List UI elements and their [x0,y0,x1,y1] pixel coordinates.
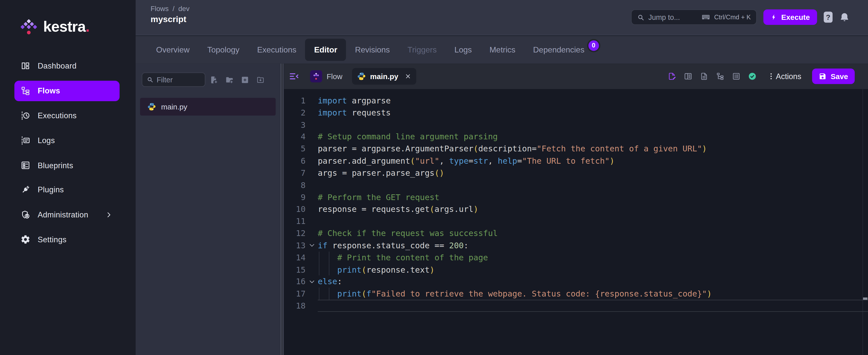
fold-margin [306,155,318,167]
file-plus-icon[interactable] [210,75,218,84]
file-actions [210,75,265,84]
code-line[interactable]: 11 [284,215,868,227]
code-line[interactable]: 15 print(response.text) [284,264,868,276]
kestra-flow-icon [310,70,322,82]
tab-executions[interactable]: Executions [248,39,305,61]
editor-tabs: Flowmain.py [305,64,416,89]
code-line-content: import argparse [318,95,868,107]
code-editor[interactable]: 1import argparse2import requests34# Setu… [284,89,868,355]
tab-metrics[interactable]: Metrics [481,39,524,61]
tab-topology[interactable]: Topology [198,39,248,61]
file-edit-icon[interactable] [667,72,676,80]
sidebar-item-logs[interactable]: Logs [0,128,135,153]
plus-box-icon[interactable] [241,75,249,84]
file-document-icon[interactable] [700,72,708,80]
fold-margin [306,131,318,143]
code-line[interactable]: 9# Perform the GET request [284,191,868,203]
fold-chevron-down-icon[interactable] [306,239,318,252]
save-button[interactable]: Save [812,68,855,84]
collapse-sidebar-icon[interactable] [288,71,299,82]
panel-splitter[interactable] [280,64,284,355]
sidebar-item-pill[interactable]: Flows [14,80,120,101]
sidebar-item-pill[interactable]: Plugins [14,180,120,200]
editor-pane: Flowmain.py Actions Save [284,64,868,355]
code-line[interactable]: 12# Check if the request was successful [284,227,868,239]
code-line[interactable]: 4# Setup command line argument parsing [284,131,868,143]
sidebar-item-pill[interactable]: Blueprints [14,155,120,175]
filter-input[interactable] [157,75,197,84]
sidebar-item-pill[interactable]: Executions [14,105,120,126]
tab-revisions[interactable]: Revisions [346,39,399,61]
file-row-main-py[interactable]: main.py [140,98,276,116]
code-line-content: response = requests.get(args.url) [318,203,868,215]
breadcrumb-namespace[interactable]: dev [178,5,189,13]
code-line[interactable]: 8 [284,179,868,191]
search-icon [637,13,645,21]
code-line[interactable]: 18 [284,300,868,312]
code-lines: 1import argparse2import requests34# Setu… [284,95,868,312]
sidebar-item-executions[interactable]: Executions [0,103,135,128]
list-box-icon[interactable] [732,72,740,80]
sidebar-item-dashboard[interactable]: Dashboard [0,54,135,78]
code-line[interactable]: 1import argparse [284,95,868,107]
code-line[interactable]: 13if response.status_code == 200: [284,239,868,252]
code-line[interactable]: 14 # Print the content of the page [284,252,868,264]
actions-button[interactable]: Actions [767,72,801,80]
sidebar-item-settings[interactable]: Settings [0,227,135,252]
sidebar-item-blueprints[interactable]: Blueprints [0,153,135,178]
code-line[interactable]: 16else: [284,276,868,288]
kestra-logo-icon [20,18,38,35]
editor-tab-flow[interactable]: Flow [305,68,347,85]
tab-triggers[interactable]: Triggers [399,39,445,61]
kestra-logo[interactable]: kestra. [20,18,89,35]
file-explorer-toolbar [142,72,265,87]
indent-guide [329,264,329,276]
tree-structure-icon[interactable] [716,72,724,80]
execute-button[interactable]: Execute [764,9,817,25]
tab-dependencies[interactable]: Dependencies0 [524,39,608,61]
bell-icon[interactable] [839,12,850,22]
sidebar-item-pill[interactable]: Logs [14,130,120,150]
code-line-content: import requests [318,107,868,119]
sidebar-item-label: Plugins [38,186,64,194]
page-title: myscript [151,14,186,24]
breadcrumb-flows[interactable]: Flows [151,5,169,13]
tab-logs[interactable]: Logs [445,39,481,61]
code-line[interactable]: 6parser.add_argument("url", type=str, he… [284,155,868,167]
code-line[interactable]: 17 print(f"Failed to retrieve the webpag… [284,288,868,300]
tab-overview[interactable]: Overview [147,39,198,61]
folder-download-icon[interactable] [256,75,265,84]
layout-panel-icon[interactable] [683,72,692,80]
sidebar-item-label: Flows [38,86,60,95]
sidebar-item-flows[interactable]: Flows [0,78,135,103]
tab-editor[interactable]: Editor [305,39,346,61]
editor-toolbar-icons [667,72,756,80]
code-line[interactable]: 3 [284,119,868,131]
python-icon [357,72,366,80]
fold-chevron-down-icon[interactable] [306,276,318,288]
close-icon[interactable] [404,73,411,79]
sidebar-item-plugins[interactable]: Plugins [0,178,135,202]
sidebar-item-administration[interactable]: Administration [0,202,135,227]
editor-toolbar-right: Actions Save [667,64,855,89]
code-line-content: # Check if the request was successful [318,227,868,239]
folder-plus-icon[interactable] [225,75,234,84]
timeline-text-icon [21,135,31,146]
tab-label: Metrics [490,45,516,54]
code-line[interactable]: 10response = requests.get(args.url) [284,203,868,215]
sidebar-item-pill[interactable]: Administration [14,204,120,225]
code-line[interactable]: 5parser = argparse.ArgumentParser(descri… [284,143,868,155]
indent-guide [319,252,319,264]
line-number: 10 [284,203,306,215]
view-dashboard-icon [21,61,31,71]
tab-label: Triggers [408,45,437,54]
sidebar-item-pill[interactable]: Settings [14,229,120,250]
check-circle-icon[interactable] [748,72,756,80]
help-icon[interactable]: ? [824,11,833,23]
code-line[interactable]: 7args = parser.parse_args() [284,167,868,179]
code-line[interactable]: 2import requests [284,107,868,119]
jump-to-search[interactable]: Jump to... Ctrl/Cmd + K [631,9,757,25]
sidebar-item-pill[interactable]: Dashboard [14,56,120,76]
code-line-content: # Setup command line argument parsing [318,131,868,143]
editor-tab-main-py[interactable]: main.py [352,68,416,85]
